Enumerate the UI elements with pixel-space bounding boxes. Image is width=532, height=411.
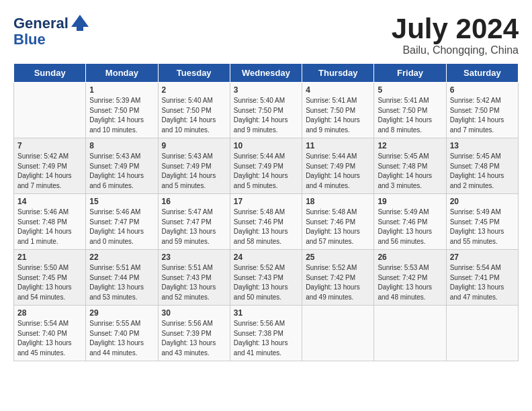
day-number: 23 xyxy=(162,253,226,262)
cell-content: Sunrise: 5:42 AM Sunset: 7:49 PM Dayligh… xyxy=(17,152,82,191)
cell-content: Sunrise: 5:40 AM Sunset: 7:50 PM Dayligh… xyxy=(234,96,298,135)
day-number: 4 xyxy=(306,85,370,95)
logo-icon xyxy=(70,13,90,34)
day-of-week-header: Sunday xyxy=(14,64,86,83)
day-of-week-header: Saturday xyxy=(446,64,518,83)
calendar-cell: 10Sunrise: 5:44 AM Sunset: 7:49 PM Dayli… xyxy=(230,138,302,194)
day-number: 17 xyxy=(234,197,298,206)
calendar-cell: 17Sunrise: 5:48 AM Sunset: 7:46 PM Dayli… xyxy=(230,194,302,250)
calendar-body: 1Sunrise: 5:39 AM Sunset: 7:50 PM Daylig… xyxy=(14,83,519,361)
calendar-cell: 22Sunrise: 5:51 AM Sunset: 7:44 PM Dayli… xyxy=(86,250,158,306)
calendar-cell: 1Sunrise: 5:39 AM Sunset: 7:50 PM Daylig… xyxy=(86,83,158,138)
day-number: 25 xyxy=(306,253,370,262)
cell-content: Sunrise: 5:53 AM Sunset: 7:42 PM Dayligh… xyxy=(378,263,442,302)
calendar-cell: 19Sunrise: 5:49 AM Sunset: 7:46 PM Dayli… xyxy=(374,194,446,250)
calendar-week-row: 7Sunrise: 5:42 AM Sunset: 7:49 PM Daylig… xyxy=(14,138,519,194)
calendar-cell: 27Sunrise: 5:54 AM Sunset: 7:41 PM Dayli… xyxy=(446,250,518,306)
day-number: 9 xyxy=(162,141,226,150)
day-number: 10 xyxy=(234,141,298,150)
day-number: 12 xyxy=(378,141,442,150)
calendar-cell xyxy=(446,306,518,361)
calendar-cell: 4Sunrise: 5:41 AM Sunset: 7:50 PM Daylig… xyxy=(302,83,374,138)
cell-content: Sunrise: 5:45 AM Sunset: 7:48 PM Dayligh… xyxy=(378,152,442,191)
cell-content: Sunrise: 5:43 AM Sunset: 7:49 PM Dayligh… xyxy=(89,152,154,191)
month-title: July 2024 xyxy=(392,13,519,44)
logo-text2: Blue xyxy=(13,32,90,47)
svg-rect-1 xyxy=(77,27,83,31)
calendar-cell: 9Sunrise: 5:43 AM Sunset: 7:49 PM Daylig… xyxy=(158,138,230,194)
day-number: 26 xyxy=(378,253,442,262)
day-number: 2 xyxy=(162,85,226,95)
calendar-cell: 29Sunrise: 5:55 AM Sunset: 7:40 PM Dayli… xyxy=(86,306,158,361)
day-number: 3 xyxy=(234,85,298,95)
calendar-cell: 13Sunrise: 5:45 AM Sunset: 7:48 PM Dayli… xyxy=(446,138,518,194)
day-number: 15 xyxy=(89,197,154,206)
cell-content: Sunrise: 5:56 AM Sunset: 7:39 PM Dayligh… xyxy=(162,319,226,358)
svg-marker-0 xyxy=(71,15,89,27)
day-number: 28 xyxy=(17,308,82,318)
cell-content: Sunrise: 5:52 AM Sunset: 7:42 PM Dayligh… xyxy=(306,263,370,302)
calendar-cell: 2Sunrise: 5:40 AM Sunset: 7:50 PM Daylig… xyxy=(158,83,230,138)
cell-content: Sunrise: 5:42 AM Sunset: 7:50 PM Dayligh… xyxy=(450,96,515,135)
calendar-cell: 25Sunrise: 5:52 AM Sunset: 7:42 PM Dayli… xyxy=(302,250,374,306)
cell-content: Sunrise: 5:50 AM Sunset: 7:45 PM Dayligh… xyxy=(17,263,82,302)
logo-text: General xyxy=(13,15,69,32)
calendar-cell: 23Sunrise: 5:51 AM Sunset: 7:43 PM Dayli… xyxy=(158,250,230,306)
day-number: 20 xyxy=(450,197,515,206)
day-of-week-header: Friday xyxy=(374,64,446,83)
calendar-header-row: SundayMondayTuesdayWednesdayThursdayFrid… xyxy=(14,64,519,83)
page-header: General Blue July 2024 Bailu, Chongqing,… xyxy=(13,13,519,56)
calendar-cell: 26Sunrise: 5:53 AM Sunset: 7:42 PM Dayli… xyxy=(374,250,446,306)
cell-content: Sunrise: 5:45 AM Sunset: 7:48 PM Dayligh… xyxy=(450,152,515,191)
day-number: 19 xyxy=(378,197,442,206)
cell-content: Sunrise: 5:51 AM Sunset: 7:44 PM Dayligh… xyxy=(89,263,154,302)
cell-content: Sunrise: 5:49 AM Sunset: 7:46 PM Dayligh… xyxy=(378,208,442,246)
calendar-cell: 16Sunrise: 5:47 AM Sunset: 7:47 PM Dayli… xyxy=(158,194,230,250)
calendar-cell: 11Sunrise: 5:44 AM Sunset: 7:49 PM Dayli… xyxy=(302,138,374,194)
calendar-cell: 6Sunrise: 5:42 AM Sunset: 7:50 PM Daylig… xyxy=(446,83,518,138)
calendar-cell: 7Sunrise: 5:42 AM Sunset: 7:49 PM Daylig… xyxy=(14,138,86,194)
cell-content: Sunrise: 5:46 AM Sunset: 7:48 PM Dayligh… xyxy=(17,208,82,246)
cell-content: Sunrise: 5:48 AM Sunset: 7:46 PM Dayligh… xyxy=(306,208,370,246)
calendar-cell: 28Sunrise: 5:54 AM Sunset: 7:40 PM Dayli… xyxy=(14,306,86,361)
day-number: 27 xyxy=(450,253,515,262)
day-number: 29 xyxy=(89,308,154,318)
calendar-week-row: 21Sunrise: 5:50 AM Sunset: 7:45 PM Dayli… xyxy=(14,250,519,306)
calendar-table: SundayMondayTuesdayWednesdayThursdayFrid… xyxy=(13,63,519,361)
day-number: 7 xyxy=(17,141,82,150)
day-number: 13 xyxy=(450,141,515,150)
calendar-cell: 21Sunrise: 5:50 AM Sunset: 7:45 PM Dayli… xyxy=(14,250,86,306)
calendar-cell: 31Sunrise: 5:56 AM Sunset: 7:38 PM Dayli… xyxy=(230,306,302,361)
cell-content: Sunrise: 5:54 AM Sunset: 7:41 PM Dayligh… xyxy=(450,263,515,302)
day-of-week-header: Tuesday xyxy=(158,64,230,83)
day-number: 31 xyxy=(234,308,298,318)
day-number: 16 xyxy=(162,197,226,206)
cell-content: Sunrise: 5:41 AM Sunset: 7:50 PM Dayligh… xyxy=(306,96,370,135)
calendar-week-row: 28Sunrise: 5:54 AM Sunset: 7:40 PM Dayli… xyxy=(14,306,519,361)
calendar-cell xyxy=(14,83,86,138)
cell-content: Sunrise: 5:48 AM Sunset: 7:46 PM Dayligh… xyxy=(234,208,298,246)
day-number: 22 xyxy=(89,253,154,262)
calendar-cell: 12Sunrise: 5:45 AM Sunset: 7:48 PM Dayli… xyxy=(374,138,446,194)
cell-content: Sunrise: 5:56 AM Sunset: 7:38 PM Dayligh… xyxy=(234,319,298,358)
cell-content: Sunrise: 5:47 AM Sunset: 7:47 PM Dayligh… xyxy=(162,208,226,246)
calendar-week-row: 14Sunrise: 5:46 AM Sunset: 7:48 PM Dayli… xyxy=(14,194,519,250)
day-number: 14 xyxy=(17,197,82,206)
cell-content: Sunrise: 5:46 AM Sunset: 7:47 PM Dayligh… xyxy=(89,208,154,246)
day-number: 8 xyxy=(89,141,154,150)
cell-content: Sunrise: 5:44 AM Sunset: 7:49 PM Dayligh… xyxy=(306,152,370,191)
cell-content: Sunrise: 5:43 AM Sunset: 7:49 PM Dayligh… xyxy=(162,152,226,191)
calendar-cell: 18Sunrise: 5:48 AM Sunset: 7:46 PM Dayli… xyxy=(302,194,374,250)
cell-content: Sunrise: 5:49 AM Sunset: 7:45 PM Dayligh… xyxy=(450,208,515,246)
cell-content: Sunrise: 5:39 AM Sunset: 7:50 PM Dayligh… xyxy=(89,96,154,135)
calendar-cell: 15Sunrise: 5:46 AM Sunset: 7:47 PM Dayli… xyxy=(86,194,158,250)
day-number: 1 xyxy=(89,85,154,95)
calendar-cell xyxy=(302,306,374,361)
calendar-week-row: 1Sunrise: 5:39 AM Sunset: 7:50 PM Daylig… xyxy=(14,83,519,138)
calendar-cell: 5Sunrise: 5:41 AM Sunset: 7:50 PM Daylig… xyxy=(374,83,446,138)
cell-content: Sunrise: 5:41 AM Sunset: 7:50 PM Dayligh… xyxy=(378,96,442,135)
cell-content: Sunrise: 5:54 AM Sunset: 7:40 PM Dayligh… xyxy=(17,319,82,358)
day-number: 5 xyxy=(378,85,442,95)
calendar-cell: 30Sunrise: 5:56 AM Sunset: 7:39 PM Dayli… xyxy=(158,306,230,361)
day-of-week-header: Wednesday xyxy=(230,64,302,83)
